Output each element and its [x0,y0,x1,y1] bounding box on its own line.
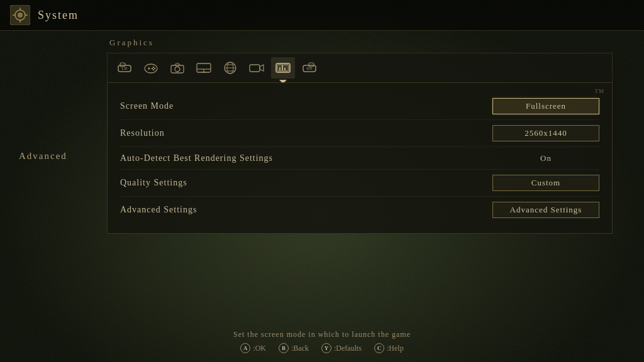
quality-settings-value[interactable]: Custom [492,175,599,191]
svg-rect-28 [250,65,260,72]
help-text: Set the screen mode in which to launch t… [13,330,631,339]
quality-settings-box[interactable]: Custom [492,175,599,191]
back-button-icon[interactable]: B [279,343,289,353]
btn-hint-defaults: Y :Defaults [321,343,362,353]
section-label: Graphics [107,38,613,48]
svg-point-2 [18,13,23,18]
defaults-label: :Defaults [334,344,362,353]
tab-video[interactable] [245,57,269,79]
screen-mode-value[interactable]: Fullscreen [492,98,599,114]
setting-row-advanced: Advanced Settings Advanced Settings [120,197,599,223]
page-title: System [38,9,79,22]
tab-camera[interactable] [165,57,189,79]
title-bar: System [0,0,644,31]
bottom-section: Set the screen mode in which to launch t… [0,324,644,362]
button-hints: A :OK B :Back Y :Defaults C :Help [13,343,631,353]
btn-hint-ok: A :OK [240,343,266,353]
tab-controller[interactable] [139,57,163,79]
svg-point-15 [153,69,154,70]
tab-display-alt[interactable] [192,57,216,79]
system-icon [10,5,30,25]
svg-marker-29 [260,65,264,71]
svg-point-14 [154,68,155,69]
svg-text:RB: RB [306,66,313,71]
quality-settings-label: Quality Settings [120,178,492,188]
svg-point-16 [152,68,153,69]
help-button-icon[interactable]: C [374,343,384,353]
resolution-label: Resolution [120,128,492,138]
resolution-value[interactable]: 2560x1440 [492,125,599,141]
screen-mode-label: Screen Mode [120,101,492,111]
tab-lb[interactable]: LB [113,57,136,79]
resolution-box[interactable]: 2560x1440 [492,125,599,141]
svg-text:LB: LB [122,66,128,71]
ok-label: :OK [253,344,266,353]
tab-display-graphics[interactable] [271,57,295,79]
screen-mode-box[interactable]: Fullscreen [492,98,599,114]
tab-bar: LB [107,53,613,82]
btn-hint-help: C :Help [374,343,404,353]
setting-row-resolution: Resolution 2560x1440 [120,120,599,147]
advanced-side-label: Advanced [19,151,67,162]
settings-panel: TM Screen Mode Fullscreen Resolution 256… [107,82,613,234]
setting-row-auto-detect: Auto-Detect Best Rendering Settings On [120,147,599,170]
auto-detect-plain: On [492,153,599,163]
main-panel: Graphics LB [107,38,613,312]
svg-point-18 [175,67,180,72]
setting-row-screen-mode: Screen Mode Fullscreen [120,93,599,120]
ok-button-icon[interactable]: A [240,343,250,353]
tab-rb[interactable]: RB [297,57,321,79]
svg-point-13 [153,67,154,68]
defaults-button-icon[interactable]: Y [321,343,331,353]
help-label: :Help [387,344,404,353]
advanced-settings-label: Advanced Settings [120,205,492,215]
auto-detect-value: On [492,153,599,163]
setting-row-quality: Quality Settings Custom [120,170,599,197]
tab-network[interactable] [218,57,242,79]
tm-badge: TM [595,88,605,94]
back-label: :Back [291,344,309,353]
btn-hint-back: B :Back [279,343,309,353]
advanced-settings-value[interactable]: Advanced Settings [492,202,599,218]
svg-rect-31 [277,65,289,71]
auto-detect-label: Auto-Detect Best Rendering Settings [120,153,492,163]
advanced-settings-box[interactable]: Advanced Settings [492,202,599,218]
